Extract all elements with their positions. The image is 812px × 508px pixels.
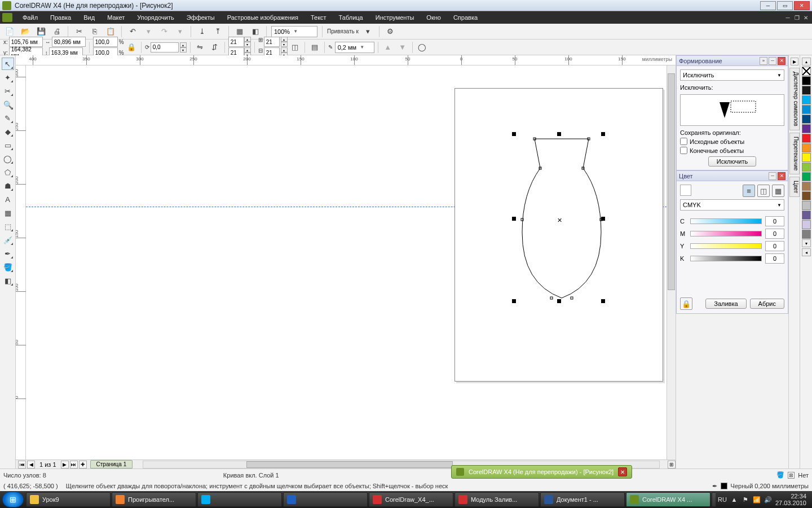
palette-swatch-3[interactable] <box>802 105 811 114</box>
selection-handle-tl[interactable] <box>512 132 516 136</box>
redo-button[interactable]: ↷ <box>158 25 170 38</box>
to-front-button[interactable]: ▲ <box>382 41 394 54</box>
freehand-tool[interactable]: ✎ <box>2 112 14 124</box>
color-lock-button[interactable]: 🔒 <box>680 297 692 310</box>
paste-button[interactable]: 📋 <box>104 25 117 38</box>
selection-handle-br[interactable] <box>601 299 605 303</box>
menu-tools[interactable]: Инструменты <box>370 12 420 23</box>
page-last-button[interactable]: ⏭ <box>70 461 78 468</box>
shaping-close-button[interactable]: ✕ <box>778 57 785 65</box>
shaping-collapse-button[interactable]: ─ <box>769 57 776 65</box>
shaping-apply-button[interactable]: Исключить <box>708 156 756 167</box>
zoom-tool[interactable]: 🔍 <box>2 98 14 111</box>
page-next-button[interactable]: ▶ <box>61 461 69 468</box>
eyedropper-tool[interactable]: 💉 <box>2 234 14 246</box>
target-objects-checkbox[interactable]: Конечные объекты <box>680 147 784 154</box>
window-maximize-button[interactable]: ▭ <box>777 1 793 10</box>
page-prev-button[interactable]: ◀ <box>27 461 35 468</box>
table-tool[interactable]: ▦ <box>2 207 14 219</box>
vertical-ruler[interactable]: 300250200150100500 <box>16 65 26 459</box>
palette-swatch-5[interactable] <box>802 124 811 133</box>
taskbar-item-5[interactable]: Модуль Залив... <box>454 492 539 507</box>
menu-layout[interactable]: Макет <box>102 12 130 23</box>
wrap-cols-field[interactable]: 21 <box>264 37 280 47</box>
color-model-select[interactable]: CMYK▼ <box>680 199 784 211</box>
new-button[interactable]: 📄 <box>3 25 16 38</box>
palette-swatch-7[interactable] <box>802 143 811 152</box>
blend-tab[interactable]: Перетекание <box>789 133 800 174</box>
rotation-spinner[interactable]: ▴▾ <box>180 42 187 52</box>
palette-scroll-down[interactable]: ▾ <box>802 239 811 247</box>
menu-effects[interactable]: Эффекты <box>181 12 220 23</box>
taskbar-item-2[interactable] <box>197 492 282 507</box>
floating-window-tab[interactable]: CorelDRAW X4 (Не для перепродажи) - [Рис… <box>451 465 632 479</box>
grid-cols-field[interactable]: 21 <box>228 37 244 47</box>
outline-tool[interactable]: ✒ <box>2 247 14 260</box>
palette-swatch-none[interactable] <box>802 67 811 76</box>
palette-swatch-6[interactable] <box>802 134 811 143</box>
save-button[interactable]: 💾 <box>35 25 47 38</box>
taskbar-item-0[interactable]: Урок9 <box>26 492 111 507</box>
palette-swatch-10[interactable] <box>802 172 811 181</box>
menu-file[interactable]: Файл <box>17 12 43 23</box>
selection-handle-bl[interactable] <box>512 299 516 303</box>
yellow-slider[interactable]: Y0 <box>680 241 784 251</box>
palette-scroll-up[interactable]: ▴ <box>802 58 811 65</box>
outline-width-combo[interactable]: 0,2 мм▼ <box>335 42 374 53</box>
palette-swatch-9[interactable] <box>802 163 811 172</box>
taskbar-item-1[interactable]: Проигрывател... <box>112 492 196 507</box>
crop-tool[interactable]: ✂ <box>2 85 14 97</box>
menu-text[interactable]: Текст <box>305 12 332 23</box>
selection-handle-tr[interactable] <box>601 132 605 136</box>
print-button[interactable]: 🖨 <box>51 25 63 38</box>
magenta-slider[interactable]: M0 <box>680 229 784 239</box>
horizontal-ruler[interactable]: миллиметры 40035030025020015010050050100… <box>16 55 676 65</box>
selection-center[interactable]: ✕ <box>557 217 562 224</box>
text-tool[interactable]: A <box>2 193 14 205</box>
tray-clock[interactable]: 22:34 27.03.2010 <box>775 493 806 506</box>
start-button[interactable]: ⊞ <box>2 492 24 507</box>
page-add-button[interactable]: ✚ <box>79 461 87 468</box>
window-minimize-button[interactable]: ─ <box>760 1 776 10</box>
menu-arrange[interactable]: Упорядочить <box>131 12 179 23</box>
undo-button[interactable]: ↶ <box>126 25 139 38</box>
width-field[interactable]: 80,896 мм <box>52 37 86 47</box>
palette-flyout[interactable]: ◂ <box>802 248 811 256</box>
palette-swatch-4[interactable] <box>802 115 811 124</box>
palette-swatch-16[interactable] <box>802 230 811 239</box>
redo-dropdown[interactable]: ▾ <box>174 25 186 38</box>
snap-dropdown[interactable]: ▾ <box>362 25 374 38</box>
polygon-tool[interactable]: ⬠ <box>2 166 14 178</box>
welcome-button[interactable]: ◧ <box>249 25 262 38</box>
palette-swatch-13[interactable] <box>802 201 811 210</box>
taskbar-item-8[interactable]: Corel DRAW11 ... <box>712 492 716 507</box>
taskbar-item-6[interactable]: Документ1 - ... <box>540 492 625 507</box>
palette-swatch-2[interactable] <box>802 95 811 104</box>
color-palettes-tab[interactable]: ▦ <box>772 185 784 197</box>
status-fill-swatch[interactable]: ⊠ <box>788 472 795 479</box>
color-sliders-tab[interactable]: ≡ <box>743 185 755 197</box>
taskbar-item-3[interactable] <box>283 492 368 507</box>
vertical-scrollbar[interactable] <box>667 65 676 459</box>
taskbar-item-4[interactable]: CorelDraw_X4_... <box>369 492 453 507</box>
wrap-text-button[interactable]: ▤ <box>308 41 321 54</box>
pick-tool[interactable]: ↖ <box>2 58 14 70</box>
palette-swatch-12[interactable] <box>802 191 811 200</box>
mirror-v-button[interactable]: ⇵ <box>209 41 221 54</box>
open-button[interactable]: 📂 <box>19 25 32 38</box>
import-button[interactable]: ⤓ <box>196 25 208 38</box>
color-collapse-button[interactable]: ─ <box>769 172 776 180</box>
basic-shapes-tool[interactable]: ☗ <box>2 179 14 192</box>
scale-x-field[interactable]: 100,0 <box>93 37 118 47</box>
tray-language[interactable]: RU <box>718 496 727 503</box>
tray-flag-icon[interactable]: ▲ <box>730 496 738 503</box>
smart-fill-tool[interactable]: ◆ <box>2 125 14 138</box>
taskbar-item-7[interactable]: CorelDRAW X4 ... <box>626 492 710 507</box>
menu-edit[interactable]: Правка <box>45 12 77 23</box>
undo-dropdown[interactable]: ▾ <box>142 25 155 38</box>
tray-action-icon[interactable]: ⚑ <box>742 496 749 503</box>
navigator-button[interactable]: ⊞ <box>668 461 676 468</box>
palette-swatch-0[interactable] <box>802 76 811 85</box>
color-viewer-tab[interactable]: ◫ <box>757 185 770 197</box>
selection-handle-ml[interactable] <box>512 217 516 221</box>
